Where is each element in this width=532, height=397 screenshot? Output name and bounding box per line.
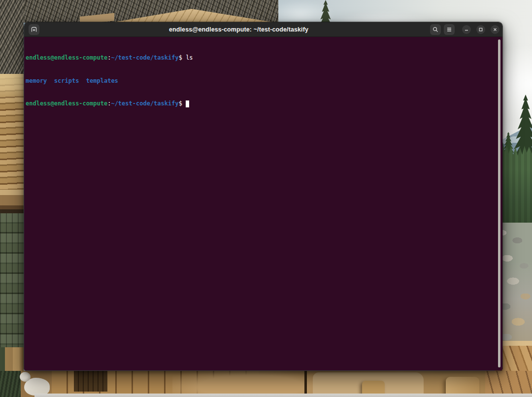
prompt-user: endless@endless-compute bbox=[26, 100, 107, 107]
maximize-button[interactable] bbox=[476, 25, 485, 34]
wallpaper-mossy-shingles bbox=[0, 213, 24, 348]
wallpaper-foliage bbox=[0, 371, 21, 397]
directory-name: scripts bbox=[54, 77, 79, 84]
prompt-symbol: $ bbox=[179, 54, 182, 61]
prompt-user: endless@endless-compute bbox=[26, 54, 107, 61]
prompt-symbol: $ bbox=[179, 100, 182, 107]
terminal-cursor bbox=[186, 100, 189, 107]
wallpaper-bottom-woodwork bbox=[0, 371, 532, 397]
hamburger-menu-icon bbox=[446, 26, 453, 33]
directory-name: templates bbox=[86, 77, 118, 84]
terminal-content[interactable]: endless@endless-compute:~/test-code/task… bbox=[24, 37, 502, 370]
titlebar[interactable]: endless@endless-compute: ~/test-code/tas… bbox=[24, 22, 502, 37]
close-icon bbox=[492, 27, 498, 33]
search-button[interactable] bbox=[430, 24, 441, 35]
typed-command: ls bbox=[186, 54, 193, 61]
terminal-scrollbar[interactable] bbox=[498, 39, 500, 367]
wallpaper-branch-pile bbox=[0, 0, 24, 83]
window-title: endless@endless-compute: ~/test-code/tas… bbox=[83, 22, 394, 37]
terminal-window: endless@endless-compute: ~/test-code/tas… bbox=[24, 22, 503, 371]
terminal-line: endless@endless-compute:~/test-code/task… bbox=[26, 54, 495, 62]
new-tab-button[interactable] bbox=[29, 24, 39, 35]
maximize-icon bbox=[478, 27, 484, 33]
wallpaper-log-beam bbox=[0, 190, 24, 213]
close-button[interactable] bbox=[491, 25, 499, 34]
directory-name: memory bbox=[26, 77, 47, 84]
minimize-button[interactable] bbox=[462, 25, 471, 34]
wallpaper-doorway bbox=[74, 371, 107, 392]
prompt-path: ~/test-code/taskify bbox=[111, 54, 178, 61]
wallpaper-floor-edge bbox=[34, 394, 532, 397]
titlebar-controls bbox=[430, 22, 499, 37]
minimize-icon bbox=[464, 27, 469, 33]
menu-button[interactable] bbox=[444, 24, 455, 35]
prompt-path: ~/test-code/taskify bbox=[111, 100, 178, 107]
terminal-line: endless@endless-compute:~/test-code/task… bbox=[26, 100, 495, 108]
wallpaper-wood-shingles bbox=[0, 74, 24, 191]
new-tab-icon bbox=[31, 26, 37, 33]
bird-head bbox=[20, 372, 31, 382]
wallpaper-white-bird-carving bbox=[20, 372, 52, 397]
terminal-line: memoryscriptstemplates bbox=[26, 77, 495, 85]
search-icon bbox=[432, 26, 439, 33]
